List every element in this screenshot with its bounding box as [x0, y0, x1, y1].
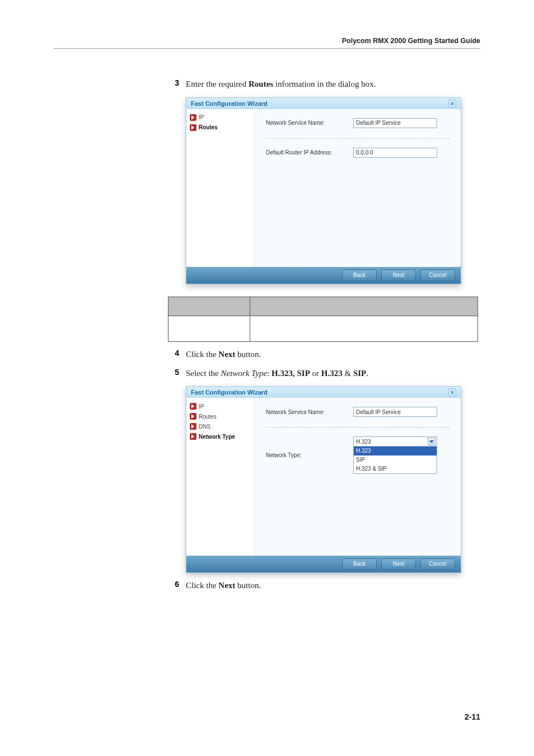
network-type-select[interactable]: H.323 H.323 SIP H.323 & SIP: [353, 436, 437, 474]
network-service-name-input[interactable]: Default IP Service: [353, 407, 437, 417]
back-button[interactable]: Back: [342, 270, 377, 281]
wizard-title: Fast Configuration Wizard: [191, 98, 268, 109]
wizard-sidebar: IP Routes DNS Network Type: [186, 398, 255, 556]
next-button[interactable]: Next: [381, 270, 416, 281]
label-network-service-name: Network Service Name:: [266, 409, 344, 415]
sidebar-item-ip[interactable]: IP: [189, 401, 252, 411]
sidebar-item-label: IP: [199, 403, 204, 410]
step-text: Click the Next button.: [186, 349, 261, 361]
step-text: Click the Next button.: [186, 580, 261, 592]
select-value: H.323: [356, 439, 371, 445]
select-option[interactable]: SIP: [354, 456, 437, 464]
network-service-name-input[interactable]: Default IP Service: [353, 118, 437, 128]
wizard-sidebar: IP Routes: [186, 109, 255, 267]
chevron-right-icon: [190, 433, 196, 440]
wizard-titlebar: Fast Configuration Wizard ×: [186, 387, 461, 398]
text: :: [267, 369, 271, 378]
wizard-main: Network Service Name: Default IP Service…: [255, 109, 461, 267]
text: Enter the required: [186, 79, 249, 88]
label-default-router-ip: Default Router IP Address:: [266, 149, 344, 156]
step-5: 5 Select the Network Type: H.323, SIP or…: [168, 368, 480, 380]
select-options: H.323 SIP H.323 & SIP: [353, 447, 437, 474]
cancel-button[interactable]: Cancel: [420, 270, 455, 281]
step-3: 3 Enter the required Routes information …: [168, 78, 480, 91]
wizard-main: Network Service Name: Default IP Service…: [255, 398, 461, 556]
text: &: [343, 369, 353, 378]
breadcrumb: Polycom RMX 2000 Getting Started Guide: [342, 37, 480, 45]
text-bold: SIP: [353, 369, 366, 378]
divider-dashed: [266, 427, 449, 428]
step-4: 4 Click the Next button.: [168, 349, 480, 361]
text-italic: Network Type: [221, 369, 267, 378]
close-icon[interactable]: ×: [448, 100, 456, 107]
sidebar-item-routes[interactable]: Routes: [189, 411, 252, 421]
text-bold: H.323, SIP: [271, 369, 310, 378]
page-number: 2-11: [465, 712, 480, 721]
label-network-service-name: Network Service Name:: [266, 120, 344, 126]
empty-table: [168, 297, 478, 342]
back-button[interactable]: Back: [342, 558, 377, 570]
sidebar-item-label: IP: [199, 114, 204, 120]
select-option[interactable]: H.323 & SIP: [354, 464, 437, 473]
next-button[interactable]: Next: [381, 558, 416, 570]
close-icon[interactable]: ×: [448, 388, 456, 396]
table-row: [168, 316, 478, 341]
text: or: [310, 369, 321, 378]
table-header-cell: [168, 297, 250, 316]
step-text: Select the Network Type: H.323, SIP or H…: [186, 368, 368, 380]
header-rule: [54, 48, 480, 49]
wizard-title: Fast Configuration Wizard: [191, 387, 268, 398]
text-bold: H.323: [321, 369, 343, 378]
step-number: 5: [168, 368, 179, 377]
text: Click the: [186, 581, 218, 590]
text: Click the: [186, 350, 218, 359]
select-option[interactable]: H.323: [354, 447, 437, 456]
sidebar-item-dns[interactable]: DNS: [189, 421, 252, 431]
text: Select the: [186, 369, 221, 378]
chevron-right-icon: [190, 403, 196, 410]
chevron-right-icon: [190, 423, 196, 430]
cancel-button[interactable]: Cancel: [420, 558, 455, 570]
label-network-type: Network Type:: [266, 452, 344, 458]
sidebar-item-label: Routes: [199, 414, 217, 420]
wizard-footer: Back Next Cancel: [186, 556, 461, 572]
table-header-row: [168, 297, 478, 316]
wizard-footer: Back Next Cancel: [186, 267, 461, 284]
text-bold: Routes: [249, 79, 273, 88]
step-number: 6: [168, 580, 179, 589]
sidebar-item-ip[interactable]: IP: [189, 112, 252, 123]
chevron-right-icon: [190, 124, 196, 131]
wizard-titlebar: Fast Configuration Wizard ×: [186, 98, 461, 109]
text-bold: Next: [218, 350, 235, 359]
step-text: Enter the required Routes information in…: [186, 78, 376, 91]
text-bold: Next: [218, 581, 235, 590]
step-6: 6 Click the Next button.: [168, 580, 480, 592]
divider-dashed: [266, 138, 449, 139]
sidebar-item-network-type[interactable]: Network Type: [189, 431, 252, 442]
sidebar-item-label: Network Type: [199, 434, 235, 440]
sidebar-item-label: Routes: [199, 124, 218, 130]
table-cell: [168, 316, 250, 341]
text: button.: [235, 581, 261, 590]
table-header-cell: [250, 297, 478, 316]
default-router-ip-input[interactable]: 0.0.0.0: [353, 148, 437, 158]
wizard-routes: Fast Configuration Wizard × IP Routes: [186, 97, 461, 284]
step-number: 4: [168, 349, 179, 358]
step-number: 3: [168, 78, 179, 87]
text: .: [366, 369, 368, 378]
chevron-down-icon: [428, 438, 435, 445]
sidebar-item-label: DNS: [199, 424, 210, 430]
text: information in the dialog box.: [273, 79, 376, 88]
chevron-right-icon: [190, 413, 196, 420]
chevron-right-icon: [190, 114, 196, 121]
table-cell: [250, 316, 478, 341]
text: button.: [235, 350, 261, 359]
wizard-network-type: Fast Configuration Wizard × IP Routes D: [186, 386, 461, 573]
sidebar-item-routes[interactable]: Routes: [189, 123, 252, 133]
